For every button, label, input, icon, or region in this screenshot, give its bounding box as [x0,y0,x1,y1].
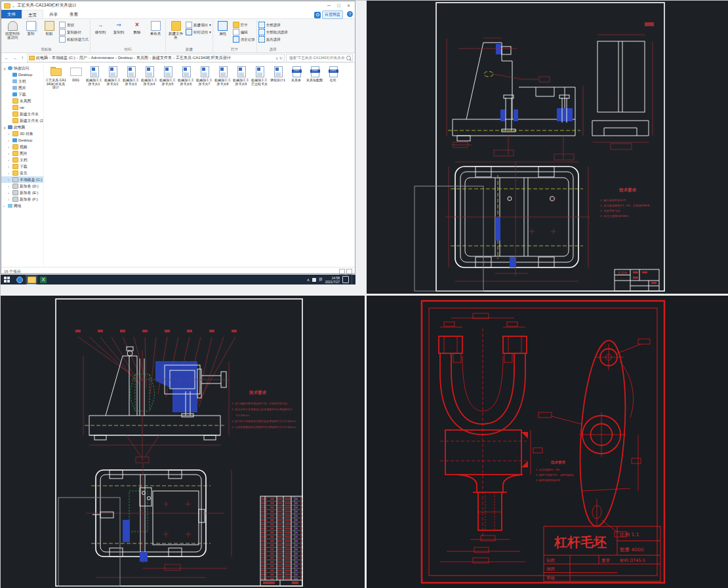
sidebar-item-new-folder[interactable]: 新建文件夹 [1,111,43,117]
invert-selection-button[interactable]: 反向选择 [258,36,288,43]
action-center-icon[interactable] [342,276,349,283]
sidebar-item-volume-e[interactable]: ›新加卷 (E:) [1,189,43,196]
tab-share[interactable]: 共享 [43,10,64,18]
taskbar-explorer[interactable] [26,275,37,284]
new-item-button[interactable]: 新建项目 ▾ [186,22,211,28]
sidebar-item-videos[interactable]: ›视频 [1,144,43,150]
file-item-card4[interactable]: 机械加工工序卡片4 [140,65,158,86]
copy-to-button[interactable]: ⇒ 复制到 [110,20,127,34]
open-button[interactable]: 打开 [233,22,255,28]
refresh-icon[interactable]: ∨ ↻ [275,56,283,60]
quick-access-toolbar[interactable]: ⌄ [12,3,15,8]
taskbar-browser[interactable] [14,275,26,284]
file-item-card8[interactable]: 机械加工工序卡片8 [214,65,232,86]
sidebar-item-documents[interactable]: 文档 [1,78,43,85]
sidebar-item-3d-objects[interactable]: ›3D 对象 [1,130,43,137]
tray-expand-icon[interactable]: ∧ [307,277,310,282]
file-item-folder[interactable]: 工艺夹具-CA1340杠杆夹具设计 [45,65,66,90]
sidebar-item-pc-desktop[interactable]: ›Desktop [1,137,43,144]
rename-button[interactable]: 重命名 [147,20,164,35]
new-folder-button[interactable]: 新建文件夹 [167,20,184,39]
file-item-process-card[interactable]: 机械加工工艺过程卡片 [251,65,268,86]
maximize-button[interactable]: □ [334,2,344,9]
paste-button[interactable]: 粘贴 [41,20,58,35]
crumb-administrator[interactable]: Administrator [91,56,114,60]
file-item-card6[interactable]: 机械加工工序卡片6 [177,65,195,86]
copy-button[interactable]: 复制 [22,20,39,35]
file-item-card7[interactable]: 机械加工工序卡片7 [195,65,213,86]
search-input[interactable] [288,55,346,60]
crumb-users[interactable]: 用户 [79,55,87,61]
file-item-course-design[interactable]: 课程设计1 [269,65,287,83]
crumb-this-pc[interactable]: 此电脑 [36,55,48,61]
show-desktop-button[interactable] [352,275,354,284]
tray-volume-icon[interactable] [312,278,316,282]
breadcrumb[interactable]: 此电脑› 本地磁盘 (C:)› 用户› Administrator› Deskt… [27,54,285,62]
sidebar-item-pc-documents[interactable]: ›文档 [1,157,43,163]
start-button[interactable] [4,277,10,283]
sidebar-item-local-disk-c[interactable]: ›本地磁盘 (C:) [1,176,43,183]
select-none-button[interactable]: 全部取消选择 [258,29,288,35]
up-button[interactable]: ↑ [19,55,26,61]
properties-button[interactable]: 属性 [214,20,232,35]
file-item-0001[interactable]: 0001 [67,65,85,83]
select-all-button[interactable]: 全部选择 [258,22,288,28]
history-icon [233,36,239,43]
help-icon[interactable]: ? [347,11,353,17]
pin-quick-access-button[interactable]: 固定到快速访问 [4,20,21,39]
forward-button[interactable]: → [11,55,18,61]
file-item-card2[interactable]: 机械加工工序卡片2 [104,65,121,86]
tab-view[interactable]: 查看 [64,10,84,18]
ime-indicator[interactable]: 拼 [319,277,323,282]
sidebar-section-quick-access[interactable]: ∨快速访问 [1,65,43,71]
sidebar-item-music[interactable]: ›音乐 [1,170,43,176]
tab-file[interactable]: 文件 [1,10,22,18]
sidebar-item-volume-f[interactable]: ›新加卷 (F:) [1,196,43,203]
sidebar-item-network[interactable]: ›网络 [1,203,43,209]
copy-path-icon [59,29,66,35]
sidebar-item-volume-d[interactable]: ›新加卷 (D:) [1,183,43,189]
list-view-icon[interactable] [339,269,345,275]
close-button[interactable]: × [344,2,354,9]
sidebar-item-pc-downloads[interactable]: ›下载 [1,163,43,170]
copy-path-button[interactable]: 复制路径 [59,29,89,35]
sidebar-item-pictures[interactable]: 图片 [1,85,43,91]
crumb-desktop[interactable]: Desktop [118,56,132,60]
crumb-jiaju-tu[interactable]: 夹具图 [136,55,148,61]
netdisk-plugin-button[interactable]: 百度网盘 [314,10,343,19]
minimize-button[interactable]: ─ [324,2,334,9]
file-item-card5[interactable]: 机械加工工序卡片5 [159,65,176,86]
sidebar-item-rar[interactable]: rar [1,104,43,111]
edit-button[interactable]: 编辑 [233,29,255,35]
thumbnail-view-icon[interactable] [346,269,352,275]
easy-access-button[interactable]: 轻松访问 ▾ [186,29,211,35]
search-box[interactable] [286,54,353,62]
sidebar-section-this-pc[interactable]: ∨此电脑 [1,124,43,130]
sidebar-item-desktop[interactable]: Desktop [1,71,43,78]
history-button[interactable]: 历史记录 [233,36,255,43]
file-item-card3[interactable]: 机械加工工序卡片3 [122,65,140,86]
sidebar-item-downloads[interactable]: 下载 [1,91,43,98]
delete-button[interactable]: × 删除 [129,20,146,34]
sheet-icon [70,68,82,76]
sidebar-item-pc-pictures[interactable]: ›图片 [1,150,43,157]
crumb-c-drive[interactable]: 本地磁盘 (C:) [52,55,75,61]
file-item-fixture-body-dwg[interactable]: 夹具体 [287,65,305,83]
svg-text:制图: 制图 [546,558,555,563]
file-item-card9[interactable]: 机械加工工序卡片9 [232,65,250,86]
file-item-card1[interactable]: 机械加工工序卡片1 [85,65,103,86]
move-to-button[interactable]: → 移动到 [92,20,109,34]
file-item-assembly-dwg[interactable]: 夹具装配图 [306,65,323,83]
crumb-new-folder[interactable]: 新建文件夹 [152,55,172,61]
taskbar-excel[interactable]: X [37,275,49,284]
taskbar-clock[interactable]: 14:58 2021/7/27 [325,276,340,284]
sidebar-item-new-folder-2[interactable]: 新建文件夹 (2) [1,117,43,124]
paste-shortcut-button[interactable]: 粘贴快捷方式 [59,36,89,43]
title-bar: ⌄ 工艺夹具-CA1340杠杆夹具设计 ─ □ × [1,1,355,10]
tab-home[interactable]: 主页 [22,10,43,18]
back-button[interactable]: ← [3,55,10,61]
sidebar-item-jiajutu[interactable]: 夹具图 [1,98,43,104]
crumb-current-folder[interactable]: 工艺夹具-CA1340杠杆夹具设计 [176,55,231,61]
cut-button[interactable]: 剪切 [59,22,89,28]
file-item-blank-dwg[interactable]: 毛坯 [324,65,342,83]
